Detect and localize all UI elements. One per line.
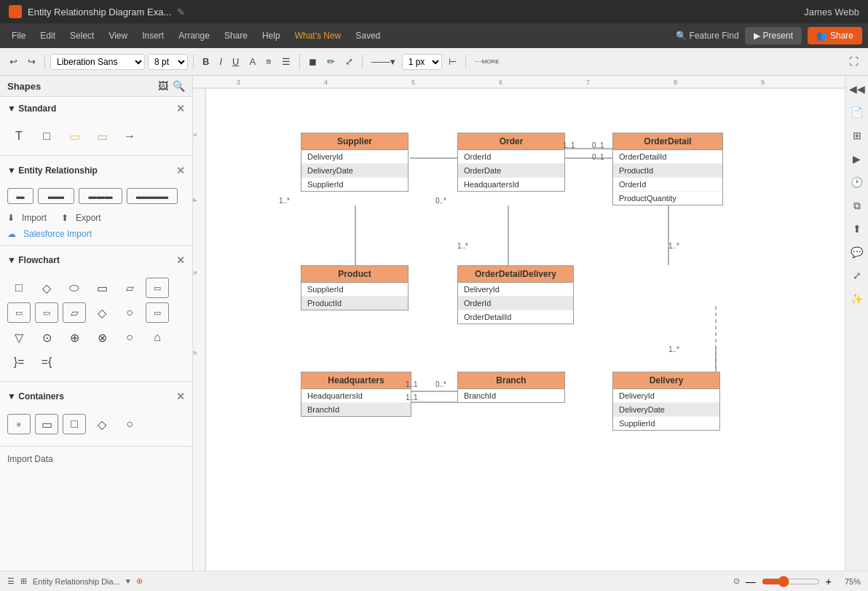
- present-button[interactable]: ▶ Present: [745, 27, 802, 44]
- fc-x-circle[interactable]: ⊗: [90, 327, 114, 348]
- more-button[interactable]: ⋯MORE: [471, 55, 503, 68]
- fc-brace-left[interactable]: ={: [35, 352, 58, 372]
- panel-page-btn[interactable]: 📄: [848, 103, 866, 121]
- fc-rect4[interactable]: ▭: [35, 302, 58, 323]
- fc-triangle[interactable]: ▽: [7, 327, 31, 348]
- align-left-button[interactable]: ≡: [262, 54, 275, 69]
- branch-entity[interactable]: Branch BranchId: [457, 372, 565, 403]
- panel-table-btn[interactable]: ⊞: [848, 127, 866, 144]
- fc-diamond[interactable]: ◇: [35, 278, 58, 298]
- menu-file[interactable]: File: [6, 28, 31, 44]
- diagram-tab-label[interactable]: Entity Relationship Dia...: [33, 577, 120, 586]
- diagram-list-icon[interactable]: ☰: [7, 576, 15, 586]
- add-page-button[interactable]: ⊕: [136, 576, 143, 586]
- zoom-level-label[interactable]: 75%: [837, 577, 861, 586]
- salesforce-import-button[interactable]: Salesforce Import: [23, 229, 92, 239]
- text-shape[interactable]: T: [7, 126, 31, 146]
- standard-section-header[interactable]: ▼ Standard ✕: [0, 97, 192, 120]
- panel-chat-btn[interactable]: 💬: [848, 243, 866, 261]
- edit-title-icon[interactable]: ✎: [177, 7, 185, 17]
- stroke-color-button[interactable]: ✏: [323, 54, 339, 69]
- delivery-entity[interactable]: Delivery DeliveryId DeliveryDate Supplie…: [612, 372, 720, 431]
- cont-ellipse[interactable]: ○: [118, 414, 141, 434]
- diagram-canvas[interactable]: Supplier DeliveryId DeliveryDate Supplie…: [206, 89, 832, 571]
- menu-edit[interactable]: Edit: [34, 28, 61, 44]
- image-search-icon[interactable]: 🖼: [158, 80, 168, 92]
- text-align-button[interactable]: ☰: [278, 54, 294, 69]
- canvas-area[interactable]: 3 4 5 6 7 8 9 3 4 5 6: [193, 76, 845, 571]
- orderdetaildelivery-entity[interactable]: OrderDetailDelivery DeliveryId OrderId O…: [457, 265, 574, 324]
- product-entity[interactable]: Product SupplierId ProductId: [301, 265, 409, 310]
- panel-clock-btn[interactable]: 🕐: [848, 173, 866, 191]
- line-style-select[interactable]: ——▾: [368, 54, 399, 69]
- diagram-grid-icon[interactable]: ⊞: [20, 576, 27, 586]
- connection-style-button[interactable]: ⤢: [342, 54, 357, 69]
- containers-section-close[interactable]: ✕: [176, 391, 185, 402]
- er-shape-1[interactable]: ▬: [7, 188, 33, 204]
- import-data-button[interactable]: Import Data: [7, 454, 53, 464]
- menu-help[interactable]: Help: [256, 28, 286, 44]
- fullscreen-button[interactable]: ⛶: [845, 54, 862, 69]
- waypoint-button[interactable]: ⊢: [445, 54, 460, 69]
- fc-para[interactable]: ▱: [118, 278, 141, 298]
- menu-view[interactable]: View: [103, 28, 133, 44]
- fc-circle2[interactable]: ⊙: [35, 327, 58, 348]
- line-width-select[interactable]: 1 px: [402, 54, 442, 70]
- fc-rect2[interactable]: ▭: [146, 278, 169, 298]
- fc-circle[interactable]: ○: [118, 302, 141, 323]
- fill-color-button[interactable]: ◼: [305, 54, 320, 69]
- panel-magic-btn[interactable]: ✨: [848, 290, 866, 308]
- cont-list[interactable]: ≡: [7, 414, 31, 434]
- menu-share[interactable]: Share: [218, 28, 253, 44]
- fc-para2[interactable]: ▱: [63, 302, 86, 323]
- menu-insert[interactable]: Insert: [136, 28, 170, 44]
- fc-house[interactable]: ⌂: [146, 327, 169, 348]
- italic-button[interactable]: I: [216, 54, 226, 69]
- font-size-select[interactable]: 8 pt: [148, 54, 188, 70]
- standard-section-close[interactable]: ✕: [176, 103, 185, 114]
- feature-find-button[interactable]: 🔍 Feature Find: [676, 31, 739, 41]
- font-color-button[interactable]: A: [245, 54, 259, 69]
- er-shape-2[interactable]: ▬▬: [38, 188, 74, 204]
- bold-button[interactable]: B: [199, 54, 213, 69]
- flowchart-section-close[interactable]: ✕: [176, 254, 185, 266]
- fc-round[interactable]: ⬭: [63, 278, 86, 298]
- rect-shape[interactable]: □: [35, 126, 58, 146]
- cont-rect[interactable]: ▭: [35, 414, 58, 434]
- containers-section-header[interactable]: ▼ Containers ✕: [0, 385, 192, 408]
- fc-diamond2[interactable]: ◇: [90, 302, 114, 323]
- panel-video-btn[interactable]: ▶: [848, 150, 866, 168]
- fc-rect3[interactable]: ▭: [7, 302, 31, 323]
- export-button[interactable]: Export: [76, 213, 101, 223]
- fit-page-icon[interactable]: ⊙: [733, 576, 740, 586]
- underline-button[interactable]: U: [229, 54, 242, 69]
- flowchart-section-header[interactable]: ▼ Flowchart ✕: [0, 248, 192, 272]
- cont-diamond[interactable]: ◇: [90, 414, 114, 434]
- colored-rect-shape[interactable]: ▭: [90, 126, 114, 146]
- supplier-entity[interactable]: Supplier DeliveryId DeliveryDate Supplie…: [301, 133, 409, 192]
- redo-button[interactable]: ↪: [24, 54, 39, 69]
- panel-upload-btn[interactable]: ⬆: [848, 220, 866, 238]
- panel-share-btn[interactable]: ⤢: [848, 267, 866, 284]
- zoom-slider[interactable]: [762, 576, 820, 587]
- fc-rect[interactable]: □: [7, 278, 31, 298]
- er-shape-4[interactable]: ▬▬▬▬: [127, 188, 178, 204]
- menu-arrange[interactable]: Arrange: [173, 28, 216, 44]
- headquarters-entity[interactable]: Headquarters HeadquartersId BranchId: [301, 372, 411, 417]
- arrow-shape[interactable]: →: [118, 126, 141, 146]
- share-button[interactable]: 👥 Share: [808, 27, 862, 44]
- zoom-in-button[interactable]: +: [826, 576, 832, 587]
- panel-layers-btn[interactable]: ⧉: [848, 197, 866, 214]
- note-shape[interactable]: ▭: [63, 126, 86, 146]
- fc-circle3[interactable]: ○: [118, 327, 141, 348]
- panel-expand-btn[interactable]: ◀◀: [848, 80, 866, 98]
- er-section-close[interactable]: ✕: [176, 165, 185, 176]
- er-section-header[interactable]: ▼ Entity Relationship ✕: [0, 159, 192, 182]
- er-shape-3[interactable]: ▬▬▬: [79, 188, 122, 204]
- order-entity[interactable]: Order OrderId OrderDate HeadquartersId: [457, 133, 565, 192]
- orderdetail-entity[interactable]: OrderDetail OrderDetailId ProductId Orde…: [612, 133, 723, 206]
- menu-whats-new[interactable]: What's New: [289, 28, 347, 44]
- search-shapes-icon[interactable]: 🔍: [173, 80, 185, 92]
- font-family-select[interactable]: Liberation Sans: [50, 54, 145, 70]
- diagram-dropdown-icon[interactable]: ▾: [126, 576, 130, 586]
